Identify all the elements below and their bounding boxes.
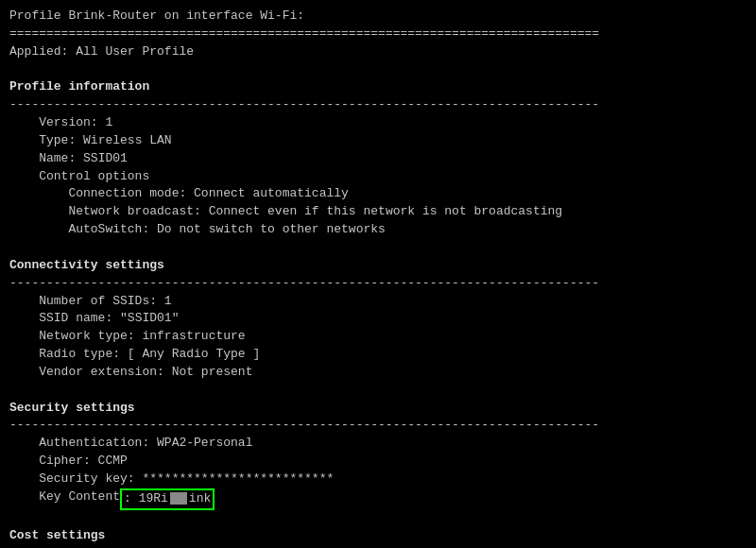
field-value: : ************************** <box>128 471 334 488</box>
field-value: : Connect even if this network is not br… <box>194 203 562 221</box>
field-label: Network type <box>9 328 128 346</box>
connectivity-field-row: SSID name: "SSID01" <box>9 310 747 328</box>
field-label: Security key <box>9 471 128 488</box>
field-label: Number of SSIDs <box>9 293 149 311</box>
field-value: : Not present <box>157 364 252 382</box>
field-label: Name <box>9 150 68 168</box>
title-line: Profile Brink-Router on interface Wi-Fi: <box>9 8 747 26</box>
profile-field-row: Connection mode: Connect automatically <box>9 185 747 203</box>
field-label: SSID name <box>9 310 105 328</box>
terminal-window: Profile Brink-Router on interface Wi-Fi:… <box>9 8 747 548</box>
security-field-row: Authentication: WPA2-Personal <box>9 435 747 453</box>
profile-section-header: Profile information <box>9 78 747 96</box>
field-value: : Connect automatically <box>179 185 348 203</box>
separator-profile: ----------------------------------------… <box>9 96 747 114</box>
field-value: : Do not switch to other networks <box>142 221 385 239</box>
connectivity-section-header: Connectivity settings <box>9 257 747 275</box>
connectivity-fields: Number of SSIDs: 1 SSID name: "SSID01" N… <box>9 293 747 382</box>
connectivity-field-row: Network type: infrastructure <box>9 328 747 346</box>
field-label: Vendor extension <box>9 364 157 382</box>
field-label: Control options <box>9 168 149 186</box>
field-value: : 1 <box>149 293 171 311</box>
redacted-block <box>170 492 187 505</box>
field-value: : Wireless LAN <box>68 132 171 150</box>
profile-fields: Version: 1 Type: Wireless LAN Name: SSID… <box>9 114 747 239</box>
security-field-row: Cipher: CCMP <box>9 453 747 471</box>
field-label: AutoSwitch <box>9 221 142 239</box>
field-value: : 1 <box>91 114 112 132</box>
field-value: : SSID01 <box>68 150 127 168</box>
profile-field-row: AutoSwitch: Do not switch to other netwo… <box>9 221 747 239</box>
security-field-row: Key Content: 19Riink <box>9 488 747 510</box>
security-fields: Authentication: WPA2-Personal Cipher: CC… <box>9 435 747 509</box>
field-label: Authentication <box>9 435 142 453</box>
applied-line: Applied: All User Profile <box>9 43 747 61</box>
security-field-row: Security key: ************************** <box>9 471 747 488</box>
separator-top: ========================================… <box>9 26 747 43</box>
cost-section-header: Cost settings <box>9 527 747 545</box>
profile-field-row: Name: SSID01 <box>9 150 747 168</box>
field-label: Radio type <box>9 346 112 364</box>
field-label: Key Content <box>9 488 120 510</box>
applied-text: Applied: All User Profile <box>9 43 194 61</box>
connectivity-field-row: Vendor extension: Not present <box>9 364 747 382</box>
separator-text: ========================================… <box>9 26 599 43</box>
security-section-header: Security settings <box>9 400 747 418</box>
separator-connectivity: ----------------------------------------… <box>9 275 747 293</box>
field-value: : CCMP <box>83 453 128 471</box>
blank-line-3 <box>9 382 747 400</box>
field-label: Network broadcast <box>9 203 194 221</box>
blank-line-2 <box>9 239 747 257</box>
profile-field-row: Control options <box>9 168 747 186</box>
connectivity-field-row: Radio type: [ Any Radio Type ] <box>9 346 747 364</box>
blank-line-4 <box>9 510 747 528</box>
field-value: : "SSID01" <box>105 310 179 328</box>
field-label: Cipher <box>9 453 83 471</box>
separator-profile-text: ----------------------------------------… <box>9 96 599 114</box>
title-text: Profile Brink-Router on interface Wi-Fi: <box>9 8 304 26</box>
field-value: : WPA2-Personal <box>142 435 252 453</box>
profile-field-row: Version: 1 <box>9 114 747 132</box>
field-label: Connection mode <box>9 185 179 203</box>
key-content-highlight: : 19Riink <box>120 488 215 510</box>
connectivity-field-row: Number of SSIDs: 1 <box>9 293 747 311</box>
field-label: Version <box>9 114 91 132</box>
field-value: : [ Any Radio Type ] <box>112 346 260 364</box>
field-value: : infrastructure <box>128 328 246 346</box>
profile-field-row: Network broadcast: Connect even if this … <box>9 203 747 221</box>
separator-security: ----------------------------------------… <box>9 417 747 435</box>
blank-line-1 <box>9 61 747 79</box>
profile-field-row: Type: Wireless LAN <box>9 132 747 150</box>
field-label: Type <box>9 132 68 150</box>
